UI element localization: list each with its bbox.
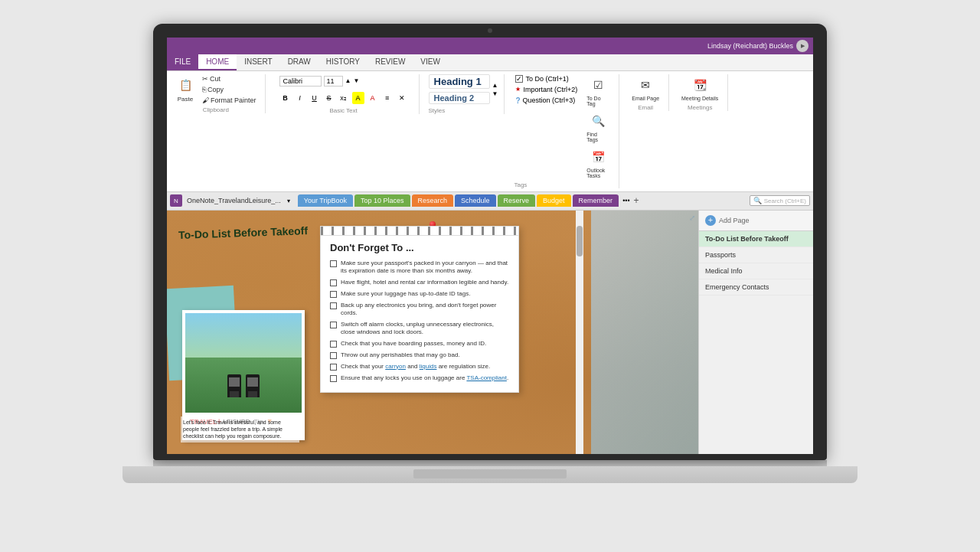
font-selector[interactable]: [279, 76, 322, 87]
important-tag-item[interactable]: ★ Important (Ctrl+2): [514, 85, 579, 94]
camera: [488, 28, 492, 33]
basic-text-label: Basic Text: [329, 107, 357, 114]
find-tags-button[interactable]: 🔍 Find Tags: [583, 110, 612, 144]
title-bar-right: Lindsay (Reichardt) Buckles ▶: [707, 40, 808, 52]
add-page-button[interactable]: + Add Page: [699, 211, 813, 231]
checkbox-6[interactable]: [330, 341, 337, 348]
page-item-passports[interactable]: Passports: [699, 247, 813, 263]
highlight-button[interactable]: A: [352, 92, 364, 104]
page-item-medical[interactable]: Medical Info: [699, 263, 813, 279]
checklist-title: Don't Forget To ...: [321, 236, 518, 256]
check-text-9: Ensure that any locks you use on luggage…: [341, 374, 508, 382]
basic-text-group: ▲ ▼ B I U S x₂ A A ≡: [275, 74, 420, 114]
style-down-icon[interactable]: ▼: [492, 90, 498, 97]
tab-home[interactable]: HOME: [198, 54, 237, 70]
question-tag-item[interactable]: ? Question (Ctrl+3): [514, 96, 579, 106]
todo-tag-button[interactable]: ☑ To Do Tag: [583, 74, 612, 108]
strikethrough-button[interactable]: S: [323, 92, 335, 104]
outlook-tasks-button[interactable]: 📅 Outlook Tasks: [583, 146, 612, 180]
checkbox-8[interactable]: [330, 364, 337, 371]
todo-tag-icon: ☑: [589, 76, 607, 94]
tab-review[interactable]: REVIEW: [368, 54, 413, 70]
profile-icon[interactable]: ▶: [796, 40, 808, 52]
text-format-bar: B I U S x₂ A A ≡ ✕: [275, 90, 413, 106]
notebook-icon: N: [170, 194, 182, 207]
tag-actions: ☑ To Do Tag 🔍 Find Tags 📅 Outlook Tasks: [583, 74, 612, 180]
user-name: Lindsay (Reichardt) Buckles: [707, 42, 793, 50]
checkbox-5[interactable]: [330, 322, 337, 328]
check-text-6: Check that you have boarding passes, mon…: [341, 340, 486, 348]
paste-button[interactable]: 📋 Paste: [173, 74, 198, 104]
scrollbar[interactable]: [576, 211, 583, 454]
tab-history[interactable]: HISTORY: [318, 54, 368, 70]
format-painter-button[interactable]: 🖌 Format Painter: [200, 96, 259, 105]
increment-icon[interactable]: ▲: [345, 77, 351, 84]
font-format-bar: ▲ ▼: [275, 74, 413, 88]
checkbox-1[interactable]: [330, 260, 337, 267]
notebook-arrow[interactable]: ▾: [287, 198, 290, 204]
tab-insert[interactable]: INSERT: [237, 54, 280, 70]
search-placeholder[interactable]: Search (Ctrl+E): [764, 198, 806, 204]
tab-tripbook[interactable]: Your TripBook: [298, 194, 353, 207]
tab-reserve[interactable]: Reserve: [498, 194, 536, 207]
underline-button[interactable]: U: [309, 92, 321, 104]
checkbox-3[interactable]: [330, 291, 337, 298]
checkbox-7[interactable]: [330, 352, 337, 359]
trackpad[interactable]: [413, 469, 567, 479]
copy-button[interactable]: ⎘ Copy: [200, 85, 259, 94]
tab-draw[interactable]: DRAW: [280, 54, 318, 70]
laptop-base: [122, 466, 858, 483]
tags-group: ✓ To Do (Ctrl+1) ★ Important (Ctrl+2) ? …: [514, 74, 619, 188]
check-text-5: Switch off alarm clocks, unplug unnecess…: [341, 321, 509, 336]
search-box: 🔍 Search (Ctrl+E): [750, 195, 810, 206]
clear-format-button[interactable]: ✕: [396, 92, 408, 104]
check-text-8: Check that your carryon and liquids are …: [341, 363, 490, 371]
checkbox-9[interactable]: [330, 375, 337, 382]
cork-tip-text: Let's face it: Travel is stressful, and …: [181, 416, 299, 442]
screen-bezel: Lindsay (Reichardt) Buckles ▶ FILE HOME …: [153, 24, 827, 460]
notebook-name[interactable]: OneNote_TravelandLeisure_...: [187, 197, 281, 204]
cork-area: ⤢ To-Do List Before Takeoff: [167, 211, 698, 454]
question-icon: ?: [515, 96, 520, 105]
check-item-8: Check that your carryon and liquids are …: [330, 363, 509, 371]
onenote-app: Lindsay (Reichardt) Buckles ▶ FILE HOME …: [167, 38, 813, 454]
font-color-button[interactable]: A: [367, 92, 379, 104]
check-text-2: Have flight, hotel and rental car inform…: [341, 279, 508, 286]
tab-budget[interactable]: Budget: [537, 194, 571, 207]
tab-file[interactable]: FILE: [167, 54, 198, 70]
checkbox-2[interactable]: [330, 279, 337, 286]
heading2-style[interactable]: Heading 2: [429, 92, 490, 104]
clipboard-buttons: 📋 Paste ✂ Cut ⎘ Copy 🖌 Format Painter: [173, 74, 259, 105]
heading1-style[interactable]: Heading 1: [429, 74, 490, 89]
tab-research[interactable]: Research: [412, 194, 454, 207]
clipboard-label: Clipboard: [203, 106, 229, 113]
tab-remember[interactable]: Remember: [573, 194, 619, 207]
cut-button[interactable]: ✂ Cut: [200, 74, 259, 83]
find-tags-icon: 🔍: [589, 112, 607, 130]
italic-button[interactable]: I: [294, 92, 306, 104]
todo-tag-item[interactable]: ✓ To Do (Ctrl+1): [514, 74, 579, 83]
align-left-button[interactable]: ≡: [381, 92, 394, 104]
check-text-7: Throw out any perishables that may go ba…: [341, 351, 460, 359]
clipboard-group: 📋 Paste ✂ Cut ⎘ Copy 🖌 Format Painter Cl…: [173, 74, 266, 113]
check-item-3: Make sure your luggage has up-to-date ID…: [330, 290, 509, 298]
meeting-details-button[interactable]: 📆 Meeting Details: [678, 74, 721, 103]
subscript-button[interactable]: x₂: [338, 92, 350, 104]
email-label: Email: [638, 104, 653, 111]
more-tabs-icon[interactable]: •••: [622, 197, 629, 204]
page-item-emergency[interactable]: Emergency Contacts: [699, 279, 813, 296]
email-page-button[interactable]: ✉ Email Page: [629, 74, 662, 103]
add-tab-icon[interactable]: +: [634, 195, 639, 206]
tab-schedule[interactable]: Schedule: [455, 194, 496, 207]
tab-view[interactable]: VIEW: [413, 54, 448, 70]
paste-icon: 📋: [176, 76, 194, 94]
tab-topplaces[interactable]: Top 10 Places: [354, 194, 410, 207]
bold-button[interactable]: B: [279, 92, 292, 104]
page-item-todo[interactable]: To-Do List Before Takeoff: [699, 231, 813, 247]
checkbox-4[interactable]: [330, 302, 337, 309]
style-up-icon[interactable]: ▲: [492, 82, 498, 89]
decrement-icon[interactable]: ▼: [353, 77, 359, 84]
scroll-thumb[interactable]: [577, 226, 583, 256]
size-selector[interactable]: [324, 76, 343, 87]
tag-items: ✓ To Do (Ctrl+1) ★ Important (Ctrl+2) ? …: [514, 74, 579, 180]
